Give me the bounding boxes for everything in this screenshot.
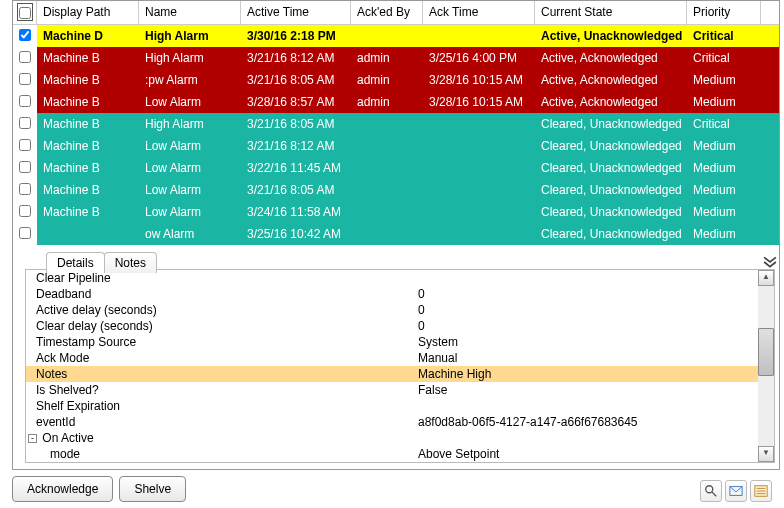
details-row[interactable]: Clear delay (seconds)0 <box>26 318 758 334</box>
table-row[interactable]: ow Alarm3/25/16 10:42 AMCleared, Unackno… <box>13 223 779 245</box>
col-name[interactable]: Name <box>139 1 241 24</box>
cell-priority: Critical <box>687 25 761 47</box>
cell-path: Machine B <box>37 157 139 179</box>
cell-state: Active, Acknowledged <box>535 91 687 113</box>
cell-ack-time: 3/28/16 10:15 AM <box>423 69 535 91</box>
table-row[interactable]: Machine BHigh Alarm3/21/16 8:12 AMadmin3… <box>13 47 779 69</box>
details-row[interactable]: eventIda8f0d8ab-06f5-4127-a147-a66f67683… <box>26 414 758 430</box>
details-label: Timestamp Source <box>26 334 418 350</box>
cell-path <box>37 223 139 245</box>
acknowledge-button[interactable]: Acknowledge <box>12 476 113 502</box>
list-icon[interactable] <box>750 480 772 502</box>
scroll-up-icon[interactable]: ▲ <box>758 270 774 286</box>
cell-priority: Medium <box>687 135 761 157</box>
details-scroll: Clear PipelineDeadband0Active delay (sec… <box>26 270 758 462</box>
row-checkbox[interactable] <box>19 29 31 41</box>
cell-acked-by <box>351 223 423 245</box>
details-tabs: Details Notes <box>46 252 156 273</box>
details-row[interactable]: Deadband0 <box>26 286 758 302</box>
cell-acked-by <box>351 179 423 201</box>
details-group-on-active[interactable]: - On Active <box>26 430 758 446</box>
details-value: System <box>418 334 758 350</box>
expand-chevron-icon[interactable] <box>763 255 777 267</box>
cell-name: Low Alarm <box>139 135 241 157</box>
table-row[interactable]: Machine BLow Alarm3/21/16 8:05 AMCleared… <box>13 179 779 201</box>
col-priority[interactable]: Priority <box>687 1 761 24</box>
row-checkbox[interactable] <box>19 183 31 195</box>
details-row[interactable]: Shelf Expiration <box>26 398 758 414</box>
cell-ack-time: 3/28/16 10:15 AM <box>423 91 535 113</box>
select-all-checkbox[interactable] <box>19 7 31 19</box>
cell-state: Active, Acknowledged <box>535 69 687 91</box>
cell-path: Machine B <box>37 179 139 201</box>
row-checkbox[interactable] <box>19 139 31 151</box>
grid-header: Display Path Name Active Time Ack'ed By … <box>13 1 779 25</box>
table-row[interactable]: Machine BLow Alarm3/24/16 11:58 AMCleare… <box>13 201 779 223</box>
row-checkbox[interactable] <box>19 117 31 129</box>
cell-name: ow Alarm <box>139 223 241 245</box>
alarm-panel: Display Path Name Active Time Ack'ed By … <box>12 0 780 470</box>
details-value: 0 <box>418 302 758 318</box>
details-label: Active delay (seconds) <box>26 302 418 318</box>
cell-state: Cleared, Unacknowledged <box>535 113 687 135</box>
row-checkbox-cell <box>13 179 37 201</box>
details-value: a8f0d8ab-06f5-4127-a147-a66f67683645 <box>418 414 758 430</box>
cell-acked-by: admin <box>351 69 423 91</box>
table-row[interactable]: Machine BLow Alarm3/28/16 8:57 AMadmin3/… <box>13 91 779 113</box>
details-value: Above Setpoint <box>418 446 758 462</box>
col-ack-time[interactable]: Ack Time <box>423 1 535 24</box>
cell-active-time: 3/28/16 8:57 AM <box>241 91 351 113</box>
cell-acked-by <box>351 201 423 223</box>
table-row[interactable]: Machine BHigh Alarm3/21/16 8:05 AMCleare… <box>13 113 779 135</box>
envelope-icon[interactable] <box>725 480 747 502</box>
table-row[interactable]: Machine BLow Alarm3/21/16 8:12 AMCleared… <box>13 135 779 157</box>
details-value <box>418 270 758 286</box>
col-active-time[interactable]: Active Time <box>241 1 351 24</box>
icon-bar <box>700 480 772 502</box>
cell-active-time: 3/25/16 10:42 AM <box>241 223 351 245</box>
row-checkbox-cell <box>13 135 37 157</box>
details-value: Manual <box>418 350 758 366</box>
row-checkbox[interactable] <box>19 51 31 63</box>
details-row[interactable]: NotesMachine High <box>26 366 758 382</box>
cell-state: Cleared, Unacknowledged <box>535 135 687 157</box>
cell-state: Active, Acknowledged <box>535 47 687 69</box>
col-display-path[interactable]: Display Path <box>37 1 139 24</box>
details-row[interactable]: Is Shelved?False <box>26 382 758 398</box>
cell-name: Low Alarm <box>139 201 241 223</box>
details-scrollbar[interactable]: ▲ ▼ <box>758 270 774 462</box>
row-checkbox[interactable] <box>19 227 31 239</box>
tab-details[interactable]: Details <box>46 252 105 273</box>
row-checkbox[interactable] <box>19 95 31 107</box>
tab-notes[interactable]: Notes <box>104 252 157 273</box>
row-checkbox-cell <box>13 113 37 135</box>
cell-acked-by <box>351 157 423 179</box>
col-current-state[interactable]: Current State <box>535 1 687 24</box>
scroll-down-icon[interactable]: ▼ <box>758 446 774 462</box>
magnifier-icon[interactable] <box>700 480 722 502</box>
cell-active-time: 3/22/16 11:45 AM <box>241 157 351 179</box>
details-row[interactable]: modeAbove Setpoint <box>26 446 758 462</box>
table-row[interactable]: Machine DHigh Alarm3/30/16 2:18 PMActive… <box>13 25 779 47</box>
cell-priority: Medium <box>687 179 761 201</box>
table-row[interactable]: Machine BLow Alarm3/22/16 11:45 AMCleare… <box>13 157 779 179</box>
cell-name: High Alarm <box>139 113 241 135</box>
cell-name: :pw Alarm <box>139 69 241 91</box>
cell-active-time: 3/24/16 11:58 AM <box>241 201 351 223</box>
row-checkbox[interactable] <box>19 205 31 217</box>
table-row[interactable]: Machine B:pw Alarm3/21/16 8:05 AMadmin3/… <box>13 69 779 91</box>
scroll-thumb[interactable] <box>758 328 774 376</box>
cell-state: Cleared, Unacknowledged <box>535 223 687 245</box>
cell-active-time: 3/21/16 8:05 AM <box>241 69 351 91</box>
collapse-icon[interactable]: - <box>28 434 37 443</box>
details-row[interactable]: Ack ModeManual <box>26 350 758 366</box>
details-row[interactable]: Active delay (seconds)0 <box>26 302 758 318</box>
row-checkbox-cell <box>13 201 37 223</box>
shelve-button[interactable]: Shelve <box>119 476 186 502</box>
col-acked-by[interactable]: Ack'ed By <box>351 1 423 24</box>
details-row[interactable]: Timestamp SourceSystem <box>26 334 758 350</box>
details-value: 0 <box>418 286 758 302</box>
row-checkbox[interactable] <box>19 73 31 85</box>
row-checkbox[interactable] <box>19 161 31 173</box>
cell-name: Low Alarm <box>139 91 241 113</box>
